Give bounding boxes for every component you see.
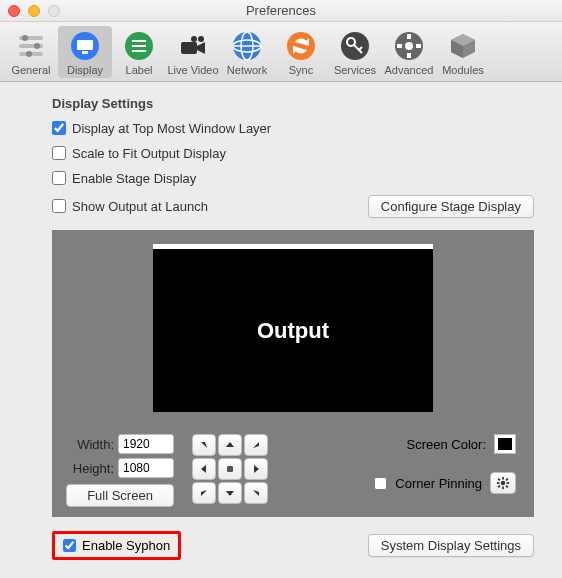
option-label: Scale to Fit Output Display [72,146,226,161]
option-scale-fit[interactable]: Scale to Fit Output Display [52,142,534,164]
system-display-settings-button[interactable]: System Display Settings [368,534,534,557]
height-label: Height: [66,461,114,476]
option-label: Show Output at Launch [72,199,208,214]
option-top-most[interactable]: Display at Top Most Window Layer [52,117,534,139]
option-show-launch[interactable]: Show Output at Launch [52,195,208,217]
svg-point-20 [287,32,315,60]
tab-advanced[interactable]: Advanced [382,26,436,78]
svg-rect-13 [181,42,197,54]
output-preview-area: Output Width: Height: Full Screen [52,230,534,517]
tab-label: Modules [442,64,484,76]
full-screen-button[interactable]: Full Screen [66,484,174,507]
tab-modules[interactable]: Modules [436,26,490,78]
svg-rect-10 [132,40,146,42]
height-input[interactable] [118,458,174,478]
width-label: Width: [66,437,114,452]
sliders-icon [15,30,47,62]
arrow-down-left[interactable] [192,482,216,504]
display-settings-panel: Display Settings Display at Top Most Win… [0,82,562,570]
gear-icon [393,30,425,62]
svg-point-26 [405,42,413,50]
svg-rect-7 [77,40,93,50]
tab-display[interactable]: Display [58,26,112,78]
screen-color-swatch[interactable] [494,434,516,454]
svg-rect-12 [132,50,146,52]
svg-point-1 [22,35,28,41]
tab-label: Services [334,64,376,76]
position-pad [192,434,268,507]
tab-label: Network [227,64,267,76]
arrow-up[interactable] [218,434,242,456]
tab-general[interactable]: General [4,26,58,78]
svg-rect-28 [407,53,411,58]
arrow-down-right[interactable] [244,482,268,504]
svg-point-14 [198,36,204,42]
checkbox-scale-fit[interactable] [52,146,66,160]
arrow-up-left[interactable] [192,434,216,456]
svg-rect-8 [82,51,88,54]
section-title: Display Settings [52,96,534,111]
tab-label: Advanced [385,64,434,76]
title-bar: Preferences [0,0,562,22]
svg-rect-27 [407,34,411,39]
checkbox-top-most[interactable] [52,121,66,135]
tab-label-pref[interactable]: Label [112,26,166,78]
svg-rect-35 [497,482,500,484]
svg-point-5 [26,51,32,57]
tab-label: General [11,64,50,76]
tab-network[interactable]: Network [220,26,274,78]
svg-point-32 [501,481,505,485]
tab-label: Label [126,64,153,76]
tab-label: Live Video [167,64,218,76]
width-input[interactable] [118,434,174,454]
tab-label: Sync [289,64,313,76]
checkbox-enable-syphon[interactable] [63,539,76,552]
display-icon [69,30,101,62]
tab-services[interactable]: Services [328,26,382,78]
globe-icon [231,30,263,62]
tab-live-video[interactable]: Live Video [166,26,220,78]
tab-sync[interactable]: Sync [274,26,328,78]
enable-syphon-label: Enable Syphon [82,538,170,553]
svg-rect-11 [132,45,146,47]
screen-color-row: Screen Color: [407,434,516,454]
svg-rect-39 [505,478,508,481]
svg-rect-37 [498,478,501,481]
arrow-left[interactable] [192,458,216,480]
svg-rect-38 [505,485,508,488]
output-preview[interactable]: Output [153,244,433,412]
option-label: Display at Top Most Window Layer [72,121,271,136]
svg-rect-34 [502,487,504,490]
camera-icon [177,30,209,62]
tab-label: Display [67,64,103,76]
svg-rect-29 [397,44,402,48]
window-title: Preferences [0,3,562,18]
arrow-up-right[interactable] [244,434,268,456]
svg-rect-31 [227,466,233,472]
center-button[interactable] [218,458,242,480]
dimension-controls: Width: Height: Full Screen [66,434,174,507]
svg-point-15 [191,36,197,42]
svg-rect-36 [507,482,510,484]
screen-color-label: Screen Color: [407,437,486,452]
arrow-right[interactable] [244,458,268,480]
checkbox-stage-display[interactable] [52,171,66,185]
key-icon [339,30,371,62]
svg-rect-30 [416,44,421,48]
sync-icon [285,30,317,62]
output-label: Output [257,318,329,344]
preferences-toolbar: General Display Label Live Video Network… [0,22,562,82]
svg-point-3 [34,43,40,49]
svg-rect-40 [498,485,501,488]
checkbox-show-launch[interactable] [52,199,66,213]
option-label: Enable Stage Display [72,171,196,186]
option-stage-display[interactable]: Enable Stage Display [52,167,534,189]
box-icon [447,30,479,62]
corner-pinning-settings-button[interactable] [490,472,516,494]
enable-syphon-highlight: Enable Syphon [52,531,181,560]
checkbox-corner-pinning[interactable] [374,477,387,490]
configure-stage-button[interactable]: Configure Stage Display [368,195,534,218]
corner-pinning-row: Corner Pinning [374,472,516,494]
arrow-down[interactable] [218,482,242,504]
svg-rect-33 [502,477,504,480]
